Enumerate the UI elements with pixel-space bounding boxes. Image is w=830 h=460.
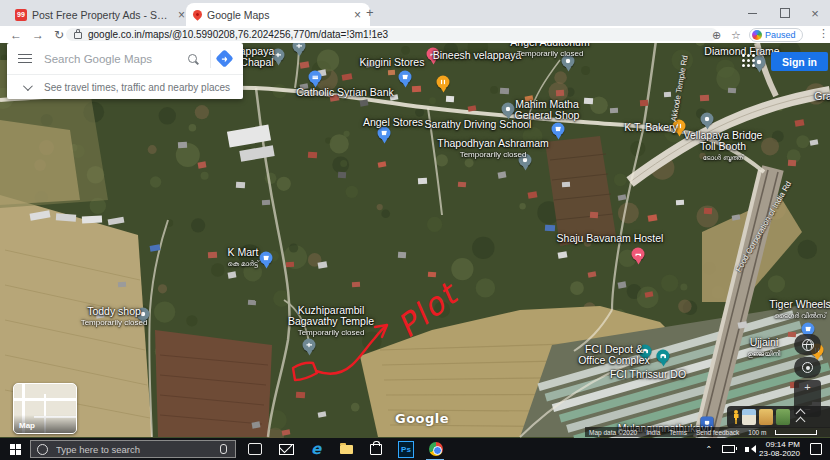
poi-pin-temple[interactable] [303, 339, 316, 352]
chevron-down-icon [23, 81, 33, 91]
store-app-icon[interactable] [368, 441, 384, 457]
forward-icon[interactable]: → [32, 28, 44, 42]
zoom-in-button[interactable]: + [804, 382, 810, 393]
reload-icon[interactable]: ↻ [54, 28, 64, 42]
poi-pin-shop[interactable] [378, 127, 391, 140]
menu-icon[interactable] [18, 51, 32, 66]
taskbar-search[interactable] [30, 440, 236, 458]
terms-link[interactable]: Terms [669, 429, 687, 436]
sign-in-button[interactable]: Sign in [771, 52, 828, 71]
my-location-icon [802, 362, 813, 373]
window-close-button[interactable]: × [800, 0, 830, 26]
poi-label[interactable]: Gran [814, 91, 830, 102]
search-icon[interactable] [188, 54, 197, 63]
imagery-thumbnail[interactable] [742, 409, 756, 425]
poi-pin-shop[interactable] [260, 252, 273, 265]
poi-label[interactable]: FCI Depot &Office Complex [578, 344, 650, 366]
poi-label[interactable]: K.T. Bakery [624, 122, 678, 133]
poi-pin-shop[interactable] [552, 123, 565, 136]
tray-expand-icon[interactable]: ⌃ [705, 445, 712, 454]
new-tab-button[interactable]: + [366, 5, 374, 20]
poi-pin-shop[interactable] [399, 71, 412, 84]
profile-label: Paused [765, 30, 796, 40]
poi-label[interactable]: Bineesh velappaya [433, 50, 522, 61]
divider [210, 50, 211, 68]
window-minimize-button[interactable] [737, 0, 767, 26]
bookmark-star-icon[interactable]: ☆ [731, 29, 741, 42]
screen: { "browser": { "tab1": {"title": "Post F… [0, 0, 830, 460]
battery-icon[interactable] [722, 445, 735, 453]
poi-label[interactable]: Mahim MathaGeneral Shop [515, 99, 580, 121]
profile-avatar [752, 30, 762, 40]
poi-label[interactable]: Catholic Syrian Bank [296, 87, 393, 98]
poi-label[interactable]: Ujjainiഉജ്ജയിനി [748, 337, 781, 359]
poi-label[interactable]: Shaju Bavanam Hostel [557, 233, 664, 244]
site-favicon-99: 99 [15, 9, 27, 21]
poi-label[interactable]: Angel Stores [363, 117, 423, 128]
globe-icon [802, 339, 814, 351]
poi-pin-gray[interactable] [502, 103, 515, 116]
file-explorer-icon[interactable] [338, 441, 354, 457]
edge-app-icon[interactable]: e [308, 441, 324, 457]
poi-label[interactable]: Tiger Wheelsടൈഗർ വീൽസ് [769, 299, 830, 321]
mail-app-icon[interactable] [278, 441, 294, 457]
my-location-button[interactable] [794, 357, 821, 378]
cortana-icon [37, 444, 48, 455]
chrome-app-icon[interactable] [428, 441, 444, 457]
imagery-thumbnail[interactable] [759, 409, 773, 425]
travel-times-row[interactable]: See travel times, traffic and nearby pla… [7, 74, 243, 99]
url-text: google.co.in/maps/@10.5990208,76.2024256… [88, 29, 388, 40]
back-icon[interactable]: ← [10, 28, 22, 42]
google-apps-icon[interactable] [742, 54, 755, 67]
pegman-icon[interactable] [732, 410, 739, 425]
page-action-icon[interactable]: ⊕ [712, 29, 721, 42]
clock-date: 23-08-2020 [759, 449, 800, 458]
lock-icon [74, 32, 82, 39]
profile-button[interactable]: Paused [749, 28, 803, 42]
tab-google-maps[interactable]: Google Maps × [186, 3, 370, 26]
start-button[interactable] [0, 438, 30, 460]
poi-label[interactable]: K Martകെ മാർട്ട് [227, 247, 258, 269]
poi-pin-pink[interactable] [632, 248, 645, 261]
collapse-controls-button[interactable] [797, 410, 804, 425]
search-input[interactable] [42, 52, 188, 66]
map-mode-thumbnail[interactable]: Map [13, 383, 77, 434]
poi-pin-fci[interactable] [657, 350, 670, 363]
poi-label[interactable]: KuzhiparambilBagavathy TempleTemporarily… [288, 305, 374, 338]
poi-pin-food[interactable] [437, 76, 450, 89]
attribution-bar: Map data ©2020 India Terms Send feedback… [585, 427, 830, 437]
scale-bar [775, 430, 817, 435]
mic-icon[interactable] [220, 444, 227, 454]
poi-pin-bank[interactable] [309, 71, 322, 84]
poi-label[interactable]: appayaChapal [240, 46, 274, 68]
window-maximize-button[interactable] [770, 0, 800, 26]
directions-icon[interactable] [215, 49, 233, 67]
poi-label[interactable]: Toddy shopTemporarily closed [81, 306, 148, 328]
browser-menu-icon[interactable]: ⋮ [818, 27, 829, 40]
poi-label[interactable]: FCI Thrissur DO [610, 369, 686, 380]
tab-title: Google Maps [207, 9, 347, 21]
taskbar-search-input[interactable] [54, 443, 214, 456]
photoshop-app-icon[interactable]: Ps [398, 441, 414, 457]
poi-pin-gray[interactable] [701, 113, 714, 126]
poi-label[interactable]: Vellapaya BridgeToll Boothടോൾ ബൂത്ത് [684, 130, 763, 163]
road-label: Food Corporation of India Rd [734, 180, 793, 274]
imagery-thumbnail[interactable] [776, 409, 790, 425]
tab-property-ads[interactable]: 99 Post Free Property Ads - Sell a H × [8, 3, 194, 26]
google-watermark: Google [395, 411, 449, 426]
address-bar[interactable]: google.co.in/maps/@10.5990208,76.2024256… [66, 28, 718, 41]
speaker-icon[interactable] [745, 447, 749, 452]
tab-close-icon[interactable]: × [352, 8, 363, 22]
poi-label[interactable]: Thapodhyan AshramamTemporarily closed [437, 138, 548, 160]
minimap-label: Map [19, 421, 35, 430]
map-data-label: Map data ©2020 [589, 429, 637, 436]
road-label: Akkode Temple Rd [669, 55, 689, 123]
taskbar-clock[interactable]: 09:14 PM 23-08-2020 [759, 440, 800, 458]
task-view-button[interactable] [248, 443, 262, 455]
feedback-link[interactable]: Send feedback [696, 429, 739, 436]
travel-hint-label: See travel times, traffic and nearby pla… [44, 82, 230, 93]
poi-label[interactable]: Kingini Stores [360, 57, 425, 68]
action-center-icon[interactable] [810, 443, 822, 455]
clock-time: 09:14 PM [759, 440, 800, 449]
globe-button[interactable] [794, 334, 821, 355]
